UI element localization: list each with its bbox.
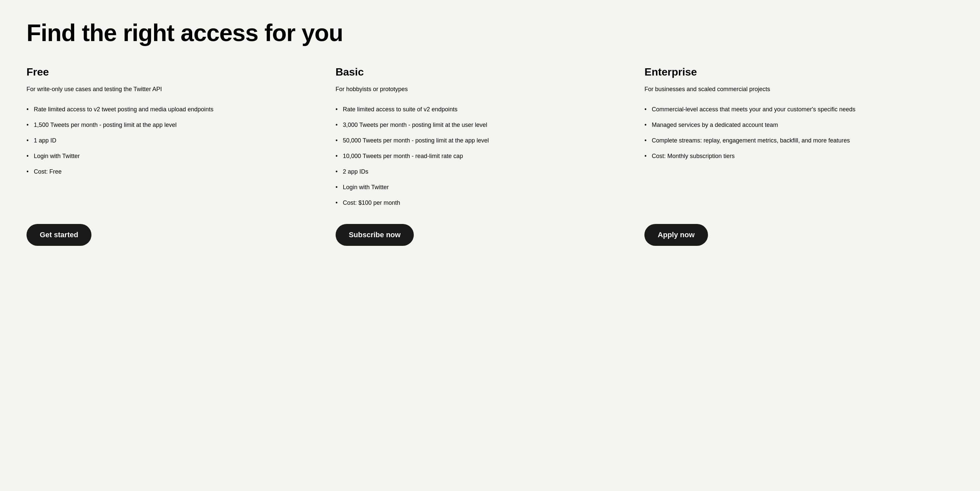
plan-enterprise-button[interactable]: Apply now (644, 224, 708, 246)
plan-free-description: For write-only use cases and testing the… (27, 85, 316, 94)
list-item: Cost: $100 per month (336, 195, 625, 211)
plan-enterprise-description: For businesses and scaled commercial pro… (644, 85, 953, 94)
list-item: 1 app ID (27, 133, 316, 148)
plan-free: FreeFor write-only use cases and testing… (27, 66, 336, 246)
list-item: Commercial-level access that meets your … (644, 102, 953, 117)
plan-basic-description: For hobbyists or prototypes (336, 85, 625, 94)
list-item: Rate limited access to v2 tweet posting … (27, 102, 316, 117)
list-item: Complete streams: replay, engagement met… (644, 133, 953, 148)
list-item: 50,000 Tweets per month - posting limit … (336, 133, 625, 148)
list-item: Cost: Free (27, 164, 316, 180)
list-item: Cost: Monthly subscription tiers (644, 148, 953, 164)
list-item: Login with Twitter (27, 148, 316, 164)
plan-free-button[interactable]: Get started (27, 224, 91, 246)
list-item: Rate limited access to suite of v2 endpo… (336, 102, 625, 117)
list-item: Managed services by a dedicated account … (644, 117, 953, 133)
page-title: Find the right access for you (27, 20, 953, 46)
plans-container: FreeFor write-only use cases and testing… (27, 66, 953, 246)
plan-free-name: Free (27, 66, 316, 78)
plan-enterprise-features: Commercial-level access that meets your … (644, 102, 953, 211)
plan-basic-features: Rate limited access to suite of v2 endpo… (336, 102, 625, 211)
plan-basic: BasicFor hobbyists or prototypesRate lim… (336, 66, 645, 246)
list-item: 10,000 Tweets per month - read-limit rat… (336, 148, 625, 164)
list-item: 2 app IDs (336, 164, 625, 180)
list-item: 3,000 Tweets per month - posting limit a… (336, 117, 625, 133)
plan-basic-button[interactable]: Subscribe now (336, 224, 414, 246)
plan-free-features: Rate limited access to v2 tweet posting … (27, 102, 316, 211)
list-item: Login with Twitter (336, 180, 625, 195)
list-item: 1,500 Tweets per month - posting limit a… (27, 117, 316, 133)
plan-basic-name: Basic (336, 66, 625, 78)
plan-enterprise-name: Enterprise (644, 66, 953, 78)
plan-enterprise: EnterpriseFor businesses and scaled comm… (644, 66, 953, 246)
